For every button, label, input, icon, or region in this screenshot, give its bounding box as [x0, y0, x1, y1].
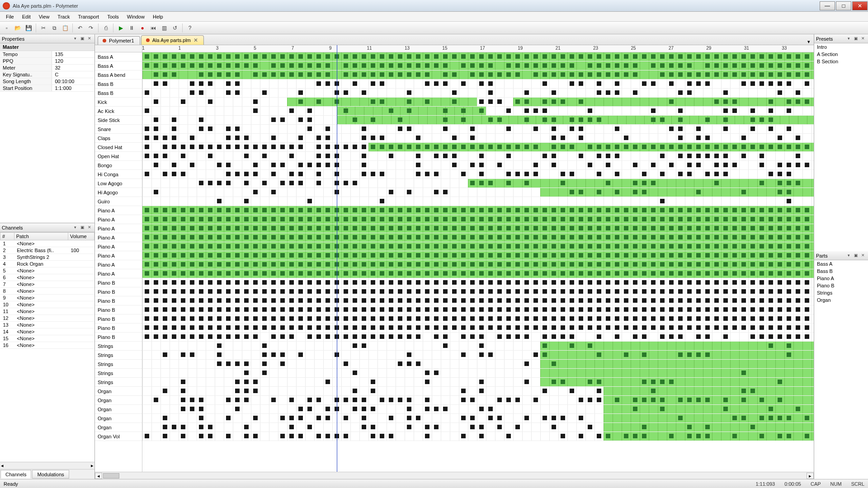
- note-cell[interactable]: [606, 217, 610, 221]
- note-cell[interactable]: [506, 181, 511, 185]
- note-cell[interactable]: [199, 316, 203, 321]
- note-cell[interactable]: [452, 325, 457, 330]
- note-cell[interactable]: [479, 54, 484, 59]
- note-cell[interactable]: [488, 352, 493, 357]
- note-cell[interactable]: [380, 226, 384, 230]
- track-label[interactable]: Snare: [95, 125, 142, 134]
- note-cell[interactable]: [217, 145, 222, 149]
- note-cell[interactable]: [181, 398, 185, 402]
- note-cell[interactable]: [787, 316, 791, 321]
- note-cell[interactable]: [796, 280, 800, 285]
- note-cell[interactable]: [326, 208, 330, 212]
- note-cell[interactable]: [289, 226, 294, 230]
- note-cell[interactable]: [669, 72, 674, 77]
- track-row[interactable]: [142, 296, 814, 305]
- note-cell[interactable]: [787, 434, 791, 438]
- note-cell[interactable]: [542, 280, 547, 285]
- note-cell[interactable]: [660, 316, 665, 321]
- note-cell[interactable]: [624, 280, 628, 285]
- note-cell[interactable]: [398, 244, 402, 249]
- note-cell[interactable]: [190, 271, 194, 276]
- note-cell[interactable]: [145, 325, 149, 330]
- note-cell[interactable]: [552, 136, 556, 140]
- note-cell[interactable]: [533, 127, 538, 131]
- note-cell[interactable]: [651, 163, 656, 167]
- note-cell[interactable]: [561, 208, 565, 212]
- note-cell[interactable]: [235, 298, 240, 303]
- note-cell[interactable]: [723, 334, 728, 339]
- note-cell[interactable]: [226, 253, 231, 258]
- note-cell[interactable]: [805, 226, 809, 230]
- note-cell[interactable]: [542, 352, 547, 357]
- note-cell[interactable]: [163, 271, 167, 276]
- note-cell[interactable]: [163, 352, 167, 357]
- note-cell[interactable]: [642, 181, 646, 185]
- note-cell[interactable]: [796, 154, 800, 158]
- note-cell[interactable]: [470, 127, 475, 131]
- note-cell[interactable]: [190, 316, 194, 321]
- note-cell[interactable]: [371, 262, 375, 267]
- note-cell[interactable]: [488, 253, 493, 258]
- note-cell[interactable]: [787, 72, 791, 77]
- note-cell[interactable]: [199, 72, 203, 77]
- note-cell[interactable]: [552, 416, 556, 420]
- note-cell[interactable]: [280, 63, 285, 68]
- note-cell[interactable]: [696, 136, 701, 140]
- note-cell[interactable]: [316, 298, 321, 303]
- note-cell[interactable]: [651, 271, 656, 276]
- note-cell[interactable]: [678, 316, 683, 321]
- note-cell[interactable]: [660, 117, 665, 122]
- note-cell[interactable]: [362, 145, 366, 149]
- note-cell[interactable]: [407, 244, 411, 249]
- note-cell[interactable]: [289, 398, 294, 402]
- note-cell[interactable]: [353, 208, 357, 212]
- note-cell[interactable]: [208, 325, 212, 330]
- note-cell[interactable]: [760, 307, 764, 312]
- note-cell[interactable]: [371, 72, 375, 77]
- note-cell[interactable]: [425, 226, 429, 230]
- note-cell[interactable]: [145, 262, 149, 267]
- note-cell[interactable]: [787, 271, 791, 276]
- note-cell[interactable]: [796, 271, 800, 276]
- note-cell[interactable]: [307, 307, 312, 312]
- note-cell[interactable]: [778, 90, 782, 95]
- note-cell[interactable]: [778, 226, 782, 230]
- note-cell[interactable]: [714, 154, 719, 158]
- note-cell[interactable]: [154, 280, 158, 285]
- note-cell[interactable]: [542, 81, 547, 86]
- note-cell[interactable]: [199, 226, 203, 230]
- track-row[interactable]: [142, 61, 814, 70]
- note-cell[interactable]: [750, 145, 755, 149]
- note-cell[interactable]: [326, 416, 330, 420]
- note-cell[interactable]: [389, 72, 393, 77]
- note-cell[interactable]: [181, 280, 185, 285]
- note-cell[interactable]: [515, 99, 520, 104]
- note-cell[interactable]: [199, 425, 203, 429]
- note-cell[interactable]: [606, 181, 610, 185]
- note-cell[interactable]: [344, 289, 348, 294]
- note-cell[interactable]: [298, 90, 303, 95]
- note-cell[interactable]: [416, 63, 420, 68]
- note-cell[interactable]: [244, 316, 249, 321]
- note-cell[interactable]: [316, 398, 321, 402]
- note-cell[interactable]: [271, 316, 276, 321]
- note-cell[interactable]: [244, 325, 249, 330]
- note-cell[interactable]: [533, 172, 538, 176]
- note-cell[interactable]: [615, 81, 619, 86]
- note-cell[interactable]: [660, 244, 665, 249]
- track-row[interactable]: [142, 107, 814, 116]
- note-cell[interactable]: [398, 262, 402, 267]
- note-cell[interactable]: [425, 434, 429, 438]
- note-cell[interactable]: [741, 63, 746, 68]
- note-cell[interactable]: [533, 54, 538, 59]
- track-row[interactable]: [142, 242, 814, 251]
- note-cell[interactable]: [552, 154, 556, 158]
- note-cell[interactable]: [154, 54, 158, 59]
- copy-icon[interactable]: ⧉: [49, 23, 59, 33]
- note-cell[interactable]: [741, 271, 746, 276]
- note-cell[interactable]: [380, 72, 384, 77]
- note-cell[interactable]: [389, 108, 393, 113]
- note-cell[interactable]: [244, 398, 249, 402]
- note-cell[interactable]: [552, 325, 556, 330]
- note-cell[interactable]: [606, 63, 610, 68]
